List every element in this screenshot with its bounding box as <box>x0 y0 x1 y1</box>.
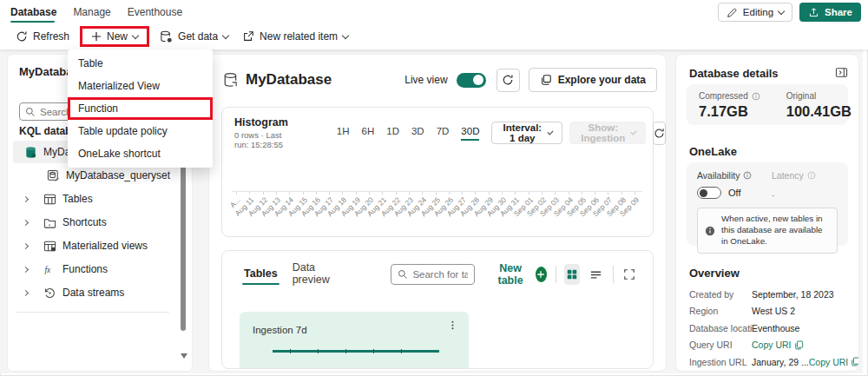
table-card-ingestion-7d[interactable]: Ingestion 7d <box>240 312 469 369</box>
database-icon <box>223 72 239 88</box>
live-view-toggle[interactable] <box>457 73 486 88</box>
share-button[interactable]: Share <box>799 3 861 22</box>
external-link-icon <box>242 30 254 43</box>
latency-label: Latency <box>772 170 804 181</box>
sidebar-item-tables[interactable]: Tables <box>13 188 180 210</box>
copy-uri-link[interactable]: Copy URI <box>752 340 804 350</box>
range-1h[interactable]: 1H <box>337 126 350 141</box>
overview-row-label: Created by <box>689 289 752 300</box>
tab-eventhouse[interactable]: Eventhouse <box>128 0 182 23</box>
sidebar-item-label: Tables <box>62 193 93 205</box>
sidebar-item-materialized-views[interactable]: Materialized views <box>13 234 180 257</box>
search-icon <box>25 107 36 117</box>
table-search[interactable] <box>391 264 475 285</box>
expand-icon <box>623 268 635 280</box>
grid-view-button[interactable] <box>564 264 580 285</box>
more-options-icon[interactable] <box>447 320 458 331</box>
refresh-icon <box>654 128 665 139</box>
menu-item-function[interactable]: Function <box>68 97 213 120</box>
folder-icon <box>43 216 56 229</box>
main-panel: MyDatabase Live view Explore your data H… <box>208 54 667 372</box>
new-related-item-button[interactable]: New related item <box>235 26 355 47</box>
tab-database[interactable]: Database <box>10 0 56 23</box>
copy-uri-link[interactable]: Copy URI <box>809 357 859 367</box>
get-data-button[interactable]: Get data <box>153 26 235 48</box>
histogram-subtitle: 0 rows · Last run: 15:28:55 <box>234 130 288 149</box>
tab-manage[interactable]: Manage <box>73 0 110 23</box>
onelake-info-box: When active, new tables in this database… <box>697 208 838 254</box>
overview-row-caching-policy: Caching policy3,650 Days <box>689 371 850 373</box>
new-table-button[interactable]: New table <box>492 262 546 287</box>
availability-label: Availability <box>697 170 740 181</box>
overview-row-created-by: Created bySeptember, 18 2023 <box>689 286 850 303</box>
editing-button[interactable]: Editing <box>718 3 792 22</box>
menu-item-onelake-shortcut[interactable]: OneLake shortcut <box>68 142 213 165</box>
chevron-right-icon[interactable] <box>23 242 29 248</box>
chevron-right-icon[interactable] <box>23 219 29 225</box>
overview-row-label: Query URI <box>689 340 752 350</box>
onelake-card: Availability Off Latency - When active, … <box>687 162 848 246</box>
show-label: Show: Ingestion <box>580 122 626 143</box>
original-value: 100.41GB <box>786 103 852 120</box>
table-search-input[interactable] <box>412 269 468 280</box>
ingestion-sparkline <box>273 350 439 353</box>
sidebar-scrollbar[interactable] <box>181 148 186 331</box>
sidebar-item-label: Shortcuts <box>62 216 107 228</box>
overview-row-query-uri: Query URICopy URI <box>689 337 850 354</box>
tab-tables[interactable]: Tables <box>242 267 279 288</box>
range-7d[interactable]: 7D <box>437 126 450 141</box>
new-label: New <box>107 30 128 43</box>
storage-card: Compressed 7.17GB Original 100.41GB <box>687 84 848 125</box>
refresh-icon <box>502 74 514 86</box>
get-data-icon <box>160 30 173 43</box>
sidebar-item-functions[interactable]: fxFunctions <box>13 258 180 280</box>
list-view-icon <box>589 268 602 281</box>
refresh-button[interactable]: Refresh <box>9 26 76 47</box>
app-window: DatabaseManageEventhouse Editing Share R… <box>0 0 868 376</box>
info-icon <box>743 171 752 180</box>
sidebar-item-label: Functions <box>62 263 108 275</box>
menu-item-materialized-view[interactable]: Materialized View <box>68 75 213 97</box>
grid-view-icon <box>566 268 578 280</box>
chevron-right-icon[interactable] <box>23 195 29 201</box>
top-tab-bar: DatabaseManageEventhouse Editing Share <box>0 0 868 23</box>
database-icon <box>23 146 37 159</box>
range-6h[interactable]: 6H <box>362 126 375 141</box>
tab-data-preview[interactable]: Data preview <box>291 261 341 294</box>
refresh-view-button[interactable] <box>496 69 520 92</box>
histogram-title: Histogram <box>234 116 288 129</box>
interval-dropdown[interactable]: Interval: 1 day <box>491 122 562 144</box>
info-filled-icon <box>705 215 715 247</box>
chevron-right-icon[interactable] <box>23 289 29 295</box>
overview-row-value: September, 18 2023 <box>752 289 834 300</box>
list-view-button[interactable] <box>589 264 604 285</box>
explore-your-data-button[interactable]: Explore your data <box>529 68 657 92</box>
scroll-down-icon[interactable] <box>181 353 187 359</box>
chevron-right-icon[interactable] <box>23 266 29 272</box>
overview-row-label: Database locati... <box>689 323 752 333</box>
availability-value: Off <box>728 188 740 198</box>
live-view-label: Live view <box>404 74 447 86</box>
new-button[interactable]: New <box>82 29 147 44</box>
availability-toggle[interactable] <box>697 187 721 199</box>
divider <box>556 266 556 283</box>
copy-icon <box>794 340 804 350</box>
menu-item-table-update-policy[interactable]: Table update policy <box>68 120 213 142</box>
compressed-value: 7.17GB <box>699 103 760 120</box>
menu-item-table[interactable]: Table <box>68 52 213 75</box>
editing-label: Editing <box>743 7 773 17</box>
collapse-panel-icon[interactable] <box>835 66 848 79</box>
histogram-refresh-button[interactable] <box>653 122 666 145</box>
sidebar-item-data-streams[interactable]: Data streams <box>13 281 180 304</box>
chevron-down-icon <box>222 31 229 38</box>
range-1d[interactable]: 1D <box>386 126 399 141</box>
search-icon <box>398 269 408 280</box>
fullscreen-button[interactable] <box>621 264 637 285</box>
overview-row-value: Eventhouse <box>752 323 799 333</box>
new-table-label: New table <box>492 262 528 287</box>
compressed-block: Compressed 7.17GB <box>699 91 760 118</box>
sidebar-item-shortcuts[interactable]: Shortcuts <box>13 211 180 234</box>
time-range-selector: 1H6H1D3D7D30D <box>337 126 480 141</box>
range-3d[interactable]: 3D <box>411 126 424 141</box>
range-30d[interactable]: 30D <box>461 126 479 141</box>
